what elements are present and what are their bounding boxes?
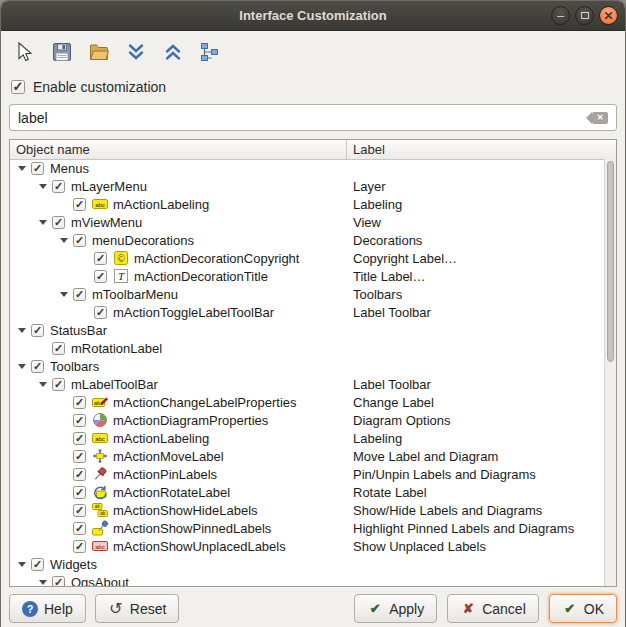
row-label: Rotate Label	[353, 485, 427, 500]
row-checkbox[interactable]	[31, 324, 44, 337]
tree-row[interactable]: abcmActionLabelingLabeling	[10, 429, 604, 447]
row-checkbox[interactable]	[73, 414, 86, 427]
help-button[interactable]: Help	[9, 594, 86, 623]
search-row	[9, 104, 617, 131]
row-object-name: menuDecorations	[92, 233, 194, 248]
column-header-object-name[interactable]: Object name	[10, 140, 347, 159]
tree-row[interactable]: mViewMenuView	[10, 213, 604, 231]
tree-row[interactable]: mLabelToolBarLabel Toolbar	[10, 375, 604, 393]
row-checkbox[interactable]	[73, 486, 86, 499]
clear-search-icon[interactable]	[592, 112, 608, 124]
row-checkbox[interactable]	[31, 162, 44, 175]
expander-arrow-icon[interactable]	[35, 574, 52, 586]
row-checkbox[interactable]	[73, 450, 86, 463]
row-checkbox[interactable]	[73, 468, 86, 481]
tree-row[interactable]: Menus	[10, 159, 604, 177]
apply-button[interactable]: Apply	[354, 594, 437, 623]
tree-row[interactable]: TmActionDecorationTitleTitle Label…	[10, 267, 604, 285]
expander-spacer	[56, 196, 73, 212]
titlebar[interactable]: Interface Customization – ✕	[1, 1, 625, 31]
collapse-all-button[interactable]	[158, 39, 188, 69]
expander-arrow-icon[interactable]	[14, 160, 31, 176]
select-all-button[interactable]	[195, 39, 225, 69]
expander-arrow-icon[interactable]	[35, 178, 52, 194]
tree-row[interactable]: mActionToggleLabelToolBarLabel Toolbar	[10, 303, 604, 321]
svg-text:T: T	[118, 270, 125, 282]
row-checkbox[interactable]	[94, 270, 107, 283]
row-checkbox[interactable]	[94, 306, 107, 319]
scrollbar-thumb[interactable]	[607, 161, 614, 362]
expander-arrow-icon[interactable]	[56, 286, 73, 302]
cancel-button[interactable]: Cancel	[447, 594, 539, 623]
row-checkbox[interactable]	[52, 216, 65, 229]
show-hide-labels-icon: abab	[92, 502, 108, 518]
tree-select-icon	[199, 41, 221, 67]
expander-arrow-icon[interactable]	[14, 556, 31, 572]
tree-row[interactable]: Widgets	[10, 555, 604, 573]
expander-arrow-icon[interactable]	[14, 358, 31, 374]
row-checkbox[interactable]	[52, 342, 65, 355]
tree-row[interactable]: mActionDiagramPropertiesDiagram Options	[10, 411, 604, 429]
tree-row[interactable]: abcmActionShowUnplacedLabelsShow Unplace…	[10, 537, 604, 555]
row-checkbox[interactable]	[73, 288, 86, 301]
save-icon	[51, 41, 73, 67]
vertical-scrollbar[interactable]	[604, 159, 616, 586]
expander-spacer	[56, 412, 73, 428]
row-checkbox[interactable]	[94, 252, 107, 265]
row-checkbox[interactable]	[73, 522, 86, 535]
maximize-button[interactable]	[575, 6, 594, 25]
tree-row[interactable]: StatusBar	[10, 321, 604, 339]
row-object-name: mLabelToolBar	[71, 377, 158, 392]
row-object-name: mActionDiagramProperties	[113, 413, 268, 428]
load-customization-button[interactable]	[84, 39, 114, 69]
enable-customization-checkbox[interactable]	[11, 80, 25, 94]
row-checkbox[interactable]	[73, 198, 86, 211]
row-checkbox[interactable]	[31, 360, 44, 373]
tree-row[interactable]: mToolbarMenuToolbars	[10, 285, 604, 303]
tree-row[interactable]: Toolbars	[10, 357, 604, 375]
column-header-label[interactable]: Label	[347, 140, 616, 159]
customization-tree: Object name Label MenusmLayerMenuLayerab…	[9, 139, 617, 587]
row-checkbox[interactable]	[73, 540, 86, 553]
search-input[interactable]	[9, 104, 617, 131]
minimize-button[interactable]: –	[551, 6, 570, 25]
expander-arrow-icon[interactable]	[56, 232, 73, 248]
labeling-icon: abc	[92, 196, 108, 212]
expander-arrow-icon[interactable]	[14, 322, 31, 338]
expander-arrow-icon[interactable]	[35, 214, 52, 230]
row-checkbox[interactable]	[73, 432, 86, 445]
tree-row[interactable]: mRotationLabel	[10, 339, 604, 357]
widget-select-button[interactable]	[10, 39, 40, 69]
row-label: Label Toolbar	[353, 305, 431, 320]
row-checkbox[interactable]	[73, 504, 86, 517]
tree-row[interactable]: abcmActionLabelingLabeling	[10, 195, 604, 213]
tree-row[interactable]: abcmActionChangeLabelPropertiesChange La…	[10, 393, 604, 411]
tree-row[interactable]: mActionShowPinnedLabelsHighlight Pinned …	[10, 519, 604, 537]
tree-row[interactable]: menuDecorationsDecorations	[10, 231, 604, 249]
help-button-label: Help	[44, 601, 73, 617]
tree-row[interactable]: mActionRotateLabelRotate Label	[10, 483, 604, 501]
tree-row[interactable]: ababmActionShowHideLabelsShow/Hide Label…	[10, 501, 604, 519]
row-checkbox[interactable]	[73, 396, 86, 409]
expander-spacer	[77, 250, 94, 266]
row-checkbox[interactable]	[31, 558, 44, 571]
footer-right-group: Apply Cancel OK	[354, 594, 617, 623]
reset-button[interactable]: Reset	[95, 594, 180, 623]
row-checkbox[interactable]	[73, 234, 86, 247]
expand-all-button[interactable]	[121, 39, 151, 69]
close-button[interactable]: ✕	[599, 6, 618, 25]
tree-row[interactable]: ©mActionDecorationCopyrightCopyright Lab…	[10, 249, 604, 267]
tree-row[interactable]: QgsAbout	[10, 573, 604, 586]
row-object-name: QgsAbout	[71, 575, 129, 587]
expander-arrow-icon[interactable]	[35, 376, 52, 392]
ok-button[interactable]: OK	[549, 594, 617, 623]
row-object-name: mLayerMenu	[71, 179, 147, 194]
row-checkbox[interactable]	[52, 180, 65, 193]
tree-row[interactable]: mLayerMenuLayer	[10, 177, 604, 195]
row-checkbox[interactable]	[52, 576, 65, 587]
tree-row[interactable]: mActionPinLabelsPin/Unpin Labels and Dia…	[10, 465, 604, 483]
row-checkbox[interactable]	[52, 378, 65, 391]
row-object-name: mActionShowPinnedLabels	[113, 521, 271, 536]
save-customization-button[interactable]	[47, 39, 77, 69]
tree-row[interactable]: mActionMoveLabelMove Label and Diagram	[10, 447, 604, 465]
